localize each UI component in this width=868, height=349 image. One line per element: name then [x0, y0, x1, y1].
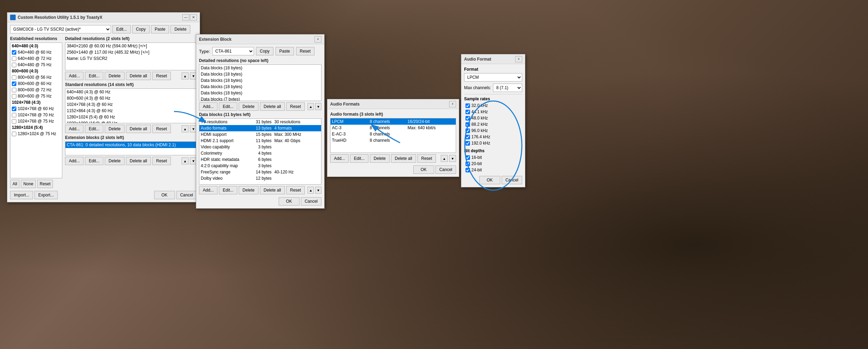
- res-1024-60[interactable]: 1024×768 @ 60 Hz: [10, 106, 62, 112]
- established-listbox[interactable]: 640×480 (4:3) 640×480 @ 60 Hz 640×480 @ …: [10, 42, 62, 178]
- af-cancel-button[interactable]: Cancel: [436, 165, 456, 174]
- std-res-1[interactable]: 640×480 (4:3) @ 60 Hz: [65, 89, 197, 95]
- extd-reset[interactable]: Reset: [286, 102, 305, 111]
- extd-up[interactable]: ▲: [308, 103, 314, 110]
- det-reset-button[interactable]: Reset: [152, 72, 171, 80]
- ext-reset-button[interactable]: Reset: [296, 47, 314, 55]
- std-add-button[interactable]: Add...: [65, 125, 83, 133]
- copy-button[interactable]: Copy: [132, 25, 150, 33]
- det-delete-all-button[interactable]: Delete all: [126, 72, 151, 80]
- db-row-8[interactable]: FreeSync range 14 bytes 40-120 Hz: [199, 169, 321, 175]
- res-1024-70[interactable]: 1024×768 @ 70 Hz: [10, 112, 62, 118]
- ext-copy-button[interactable]: Copy: [256, 47, 273, 55]
- det-res-1[interactable]: 3840×2160 @ 60.00 Hz (594.00 MHz) [+/+]: [65, 43, 197, 49]
- datablocks-listbox[interactable]: TV resolutions 31 bytes 30 resolutions A…: [199, 118, 321, 185]
- af-row-2[interactable]: E-AC-3 8 channels: [331, 131, 456, 137]
- af-edit[interactable]: Edit...: [350, 154, 368, 163]
- ext-close-button[interactable]: ×: [314, 36, 321, 42]
- res-640-60[interactable]: 640×480 @ 60 Hz: [10, 49, 62, 55]
- sr-176-check[interactable]: [465, 135, 470, 139]
- bd-24-check[interactable]: [465, 168, 470, 172]
- db-row-9[interactable]: Dolby video 12 bytes: [199, 175, 321, 181]
- sr-44-check[interactable]: [465, 110, 470, 114]
- extd-down[interactable]: ▼: [315, 103, 321, 110]
- bd-20[interactable]: 20-bit: [464, 161, 522, 167]
- res-800-72-check[interactable]: [12, 88, 16, 92]
- det-up-button[interactable]: ▲: [182, 72, 189, 79]
- db-delete-all[interactable]: Delete all: [260, 186, 285, 194]
- main-cancel-button[interactable]: Cancel: [176, 191, 197, 199]
- res-800-75[interactable]: 800×600 @ 75 Hz: [10, 93, 62, 99]
- minimize-button[interactable]: —: [182, 14, 189, 21]
- af-add[interactable]: Add...: [330, 154, 349, 163]
- ext-det-6[interactable]: Data blocks (7 bytes): [199, 96, 321, 101]
- ext-ok-button[interactable]: OK: [279, 197, 300, 205]
- det-add-button[interactable]: Add...: [65, 72, 83, 80]
- bd-16-check[interactable]: [465, 155, 470, 160]
- res-1280-75[interactable]: 1280×1024 @ 75 Hz: [10, 131, 62, 137]
- res-800-56-check[interactable]: [12, 75, 16, 80]
- std-up-button[interactable]: ▲: [182, 125, 189, 132]
- format-dropdown[interactable]: LPCM: [464, 73, 522, 82]
- est-all-button[interactable]: All: [10, 180, 19, 188]
- std-edit-button[interactable]: Edit...: [85, 125, 103, 133]
- db-row-1[interactable]: Audio formats 13 bytes 4 formats: [199, 125, 321, 131]
- std-res-4[interactable]: 1152×864 (4:3) @ 60 Hz: [65, 108, 197, 114]
- sr-88-check[interactable]: [465, 122, 470, 127]
- res-640-75-check[interactable]: [12, 63, 16, 67]
- ext-delete-all-button[interactable]: Delete all: [126, 157, 151, 165]
- sr-32[interactable]: 32.0 kHz: [464, 102, 522, 109]
- res-800-75-check[interactable]: [12, 94, 16, 99]
- std-delete-button[interactable]: Delete: [105, 125, 125, 133]
- paste-button[interactable]: Paste: [151, 25, 169, 33]
- af-ok-button[interactable]: OK: [413, 165, 434, 174]
- ext-paste-button[interactable]: Paste: [276, 47, 294, 55]
- close-button[interactable]: ✕: [190, 14, 197, 21]
- sr-48[interactable]: 48.0 kHz: [464, 115, 522, 121]
- db-row-3[interactable]: HDMI 2.1 support 11 bytes Max: 40 Gbps: [199, 138, 321, 144]
- extd-add[interactable]: Add...: [199, 102, 217, 111]
- afd-ok-button[interactable]: OK: [479, 176, 500, 184]
- est-reset-button[interactable]: Reset: [37, 180, 53, 188]
- export-button[interactable]: Export...: [34, 191, 58, 199]
- af-row-0[interactable]: LPCM 8 channels 16/20/24-bit: [331, 118, 456, 125]
- sr-48-check[interactable]: [465, 116, 470, 121]
- afd-close-button[interactable]: ×: [515, 56, 522, 62]
- af-row-3[interactable]: TrueHD 8 channels: [331, 137, 456, 144]
- type-dropdown[interactable]: CTA-861: [212, 47, 254, 55]
- res-1024-70-check[interactable]: [12, 113, 16, 117]
- db-up[interactable]: ▲: [308, 187, 314, 194]
- ext-delete-button[interactable]: Delete: [105, 157, 125, 165]
- edit-button[interactable]: Edit...: [112, 25, 131, 33]
- res-1024-75-check[interactable]: [12, 119, 16, 124]
- res-640-75[interactable]: 640×480 @ 75 Hz: [10, 62, 62, 68]
- ext-det-4[interactable]: Data blocks (18 bytes): [199, 84, 321, 90]
- af-down[interactable]: ▼: [449, 155, 456, 162]
- db-down[interactable]: ▼: [315, 187, 321, 194]
- delete-button[interactable]: Delete: [170, 25, 190, 33]
- res-640-60-check[interactable]: [12, 50, 16, 55]
- est-none-button[interactable]: None: [21, 180, 36, 188]
- det-res-2[interactable]: 2560×1440 @ 117.00 Hz (485.32 MHz) [+/+]: [65, 49, 197, 55]
- detailed-listbox[interactable]: 3840×2160 @ 60.00 Hz (594.00 MHz) [+/+] …: [65, 42, 197, 70]
- ext-block-1[interactable]: CTA-861: 0 detailed resolutions, 10 data…: [65, 142, 197, 148]
- bd-24[interactable]: 24-bit: [464, 167, 522, 173]
- afd-cancel-button[interactable]: Cancel: [502, 176, 522, 184]
- db-row-5[interactable]: Colorimetry 4 bytes: [199, 150, 321, 156]
- ext-cancel-button[interactable]: Cancel: [301, 197, 321, 205]
- sr-96[interactable]: 96.0 kHz: [464, 127, 522, 134]
- ext-det-2[interactable]: Data blocks (18 bytes): [199, 71, 321, 77]
- res-800-60[interactable]: 800×600 @ 60 Hz: [10, 80, 62, 87]
- db-row-2[interactable]: HDMI support 15 bytes Max: 300 MHz: [199, 131, 321, 138]
- db-delete[interactable]: Delete: [239, 186, 258, 194]
- res-1024-60-check[interactable]: [12, 107, 16, 111]
- res-800-56[interactable]: 800×600 @ 56 Hz: [10, 74, 62, 80]
- af-listbox[interactable]: LPCM 8 channels 16/20/24-bit AC-3 8 chan…: [330, 118, 456, 153]
- ext-add-button[interactable]: Add...: [65, 157, 83, 165]
- std-res-3[interactable]: 1024×768 (4:3) @ 60 Hz: [65, 101, 197, 108]
- main-ok-button[interactable]: OK: [154, 191, 175, 199]
- sr-32-check[interactable]: [465, 103, 470, 108]
- extension-listbox[interactable]: CTA-861: 0 detailed resolutions, 10 data…: [65, 141, 197, 155]
- af-delete[interactable]: Delete: [370, 154, 390, 163]
- af-delete-all[interactable]: Delete all: [391, 154, 416, 163]
